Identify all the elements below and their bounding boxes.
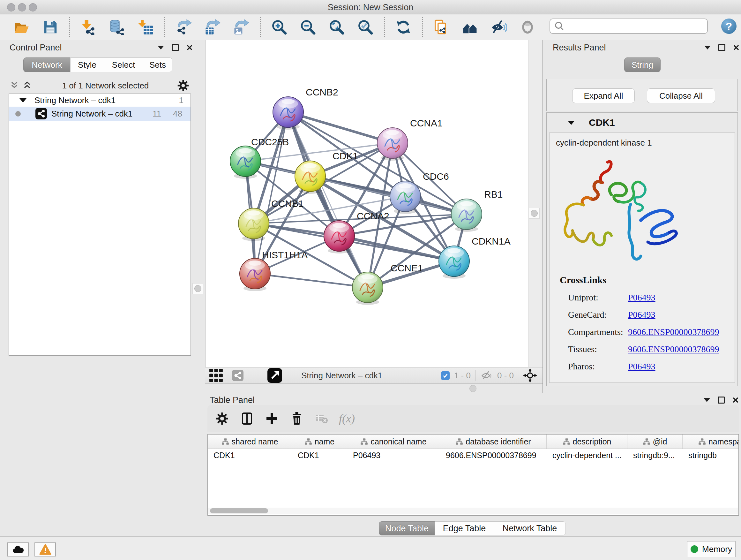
- column-header-name[interactable]: name: [292, 435, 347, 449]
- tab-edge-table[interactable]: Edge Table: [434, 521, 494, 536]
- home-icon[interactable]: [461, 18, 479, 36]
- table-cell[interactable]: stringdb:9...: [627, 451, 683, 460]
- panel-float-icon[interactable]: [172, 44, 179, 51]
- zoom-selected-icon[interactable]: [356, 18, 374, 36]
- node-CCNA1[interactable]: [377, 128, 408, 161]
- import-network-icon[interactable]: [79, 18, 97, 36]
- collapse-all-button[interactable]: Collapse All: [647, 88, 715, 103]
- column-header-description[interactable]: description: [547, 435, 627, 449]
- fit-selected-crosshair-icon[interactable]: [523, 368, 537, 383]
- panel-close-icon[interactable]: [733, 44, 739, 51]
- expand-all-chevrons-icon[interactable]: [9, 81, 20, 90]
- help-button[interactable]: ?: [721, 18, 737, 34]
- column-header-database-identifier[interactable]: database identifier: [440, 435, 547, 449]
- network-row-selected[interactable]: String Network – cdk1 11 48: [9, 107, 191, 121]
- node-RB1[interactable]: [451, 199, 482, 232]
- node-CDC25B[interactable]: [230, 146, 261, 179]
- table-horizontal-scrollbar[interactable]: [208, 508, 738, 514]
- network-canvas[interactable]: CCNB2CCNA1CDC25BCDK1CDC6RB1CCNB1CCNA2CDK…: [205, 40, 529, 367]
- refresh-icon[interactable]: [394, 18, 412, 36]
- bottom-splitter-handle[interactable]: [469, 385, 476, 392]
- crosslinks-heading: CrossLinks: [560, 274, 735, 286]
- right-splitter-handle[interactable]: [529, 208, 540, 219]
- crosslink-link[interactable]: P06493: [628, 361, 656, 372]
- network-view-icon[interactable]: [232, 370, 244, 381]
- export-image-icon[interactable]: [232, 18, 250, 36]
- column-header-shared-name[interactable]: shared name: [208, 435, 292, 449]
- memory-button[interactable]: Memory: [687, 541, 736, 557]
- crosslink-label: Tissues:: [568, 344, 628, 354]
- node-label-CDC6: CDC6: [423, 171, 449, 182]
- node-CCNB1[interactable]: [239, 208, 269, 241]
- export-network-icon[interactable]: [175, 18, 193, 36]
- panel-float-icon[interactable]: [718, 396, 725, 403]
- table-cell[interactable]: stringdb: [683, 451, 739, 460]
- node-HIST1H1A[interactable]: [240, 258, 270, 291]
- save-session-icon[interactable]: [42, 18, 59, 36]
- results-panel-window-controls: [704, 44, 739, 51]
- zoom-in-icon[interactable]: [270, 18, 288, 36]
- left-splitter-handle[interactable]: [192, 283, 203, 294]
- scrollbar-thumb[interactable]: [210, 508, 268, 513]
- crosslink-link[interactable]: P06493: [628, 293, 656, 303]
- crosslink-link[interactable]: 9606.ENSP00000378699: [628, 327, 719, 337]
- grid-view-icon[interactable]: [209, 368, 223, 382]
- show-columns-icon[interactable]: [239, 411, 255, 426]
- warnings-button[interactable]: [35, 543, 56, 557]
- column-header-namespace[interactable]: namespace: [683, 435, 739, 449]
- zoom-fit-icon[interactable]: [328, 18, 346, 36]
- search-field[interactable]: [549, 18, 708, 34]
- delete-table-icon-disabled: [314, 411, 329, 426]
- open-folder-icon[interactable]: [13, 18, 30, 36]
- selected-nodes-checkbox[interactable]: [441, 371, 450, 380]
- gene-section-header[interactable]: CDK1: [547, 113, 738, 132]
- open-session-file-icon[interactable]: [432, 18, 450, 36]
- table-cell[interactable]: P06493: [347, 451, 440, 460]
- expand-all-button[interactable]: Expand All: [572, 88, 635, 103]
- tab-style[interactable]: Style: [70, 57, 104, 72]
- collection-expand-icon[interactable]: [19, 98, 26, 103]
- tab-network[interactable]: Network: [23, 57, 71, 72]
- network-collection-row[interactable]: String Network – cdk1 1: [9, 94, 191, 107]
- import-database-icon[interactable]: [108, 18, 126, 36]
- panel-menu-icon[interactable]: [704, 46, 711, 50]
- panel-float-icon[interactable]: [718, 44, 725, 51]
- tab-network-table[interactable]: Network Table: [494, 521, 566, 536]
- table-cell[interactable]: CDK1: [208, 451, 292, 460]
- import-table-icon[interactable]: [137, 18, 155, 36]
- table-cell[interactable]: cyclin-dependent ...: [547, 451, 627, 460]
- table-settings-gear-icon[interactable]: [214, 411, 230, 426]
- zoom-out-icon[interactable]: [299, 18, 317, 36]
- collection-count: 1: [179, 96, 184, 105]
- search-input[interactable]: [565, 19, 707, 33]
- column-header--id[interactable]: @id: [627, 435, 683, 449]
- column-header-canonical-name[interactable]: canonical name: [347, 435, 440, 449]
- panel-menu-icon[interactable]: [158, 46, 164, 50]
- tab-select[interactable]: Select: [104, 57, 143, 72]
- table-cell[interactable]: 9606.ENSP00000378699: [440, 451, 547, 460]
- table-cell[interactable]: CDK1: [292, 451, 347, 460]
- gene-collapse-icon[interactable]: [568, 121, 575, 125]
- add-column-icon[interactable]: [264, 411, 280, 426]
- node-CCNE1[interactable]: [352, 272, 383, 305]
- export-table-icon[interactable]: [204, 18, 221, 36]
- collapse-all-chevrons-icon[interactable]: [21, 81, 33, 90]
- panel-close-icon[interactable]: [732, 397, 739, 403]
- crosslink-link[interactable]: 9606.ENSP00000378699: [628, 344, 719, 354]
- node-CDKN1A[interactable]: [439, 246, 469, 279]
- panel-close-icon[interactable]: [186, 44, 193, 51]
- toolbar-divider: [422, 17, 423, 37]
- tab-node-table[interactable]: Node Table: [379, 521, 435, 536]
- tab-sets[interactable]: Sets: [143, 57, 172, 72]
- table-row[interactable]: CDK1CDK1P064939606.ENSP00000378699cyclin…: [208, 449, 738, 462]
- hide-graphics-details-icon[interactable]: [490, 18, 508, 36]
- network-current-dot-icon: [15, 111, 21, 117]
- panel-menu-icon[interactable]: [704, 398, 710, 402]
- show-graphics-icon[interactable]: [519, 18, 536, 36]
- tab-string[interactable]: String: [624, 57, 661, 72]
- delete-column-icon[interactable]: [289, 411, 305, 426]
- crosslink-link[interactable]: P06493: [628, 310, 656, 320]
- network-options-gear-icon[interactable]: [177, 79, 190, 92]
- cloud-button[interactable]: [7, 543, 29, 557]
- detach-view-icon[interactable]: [267, 368, 282, 383]
